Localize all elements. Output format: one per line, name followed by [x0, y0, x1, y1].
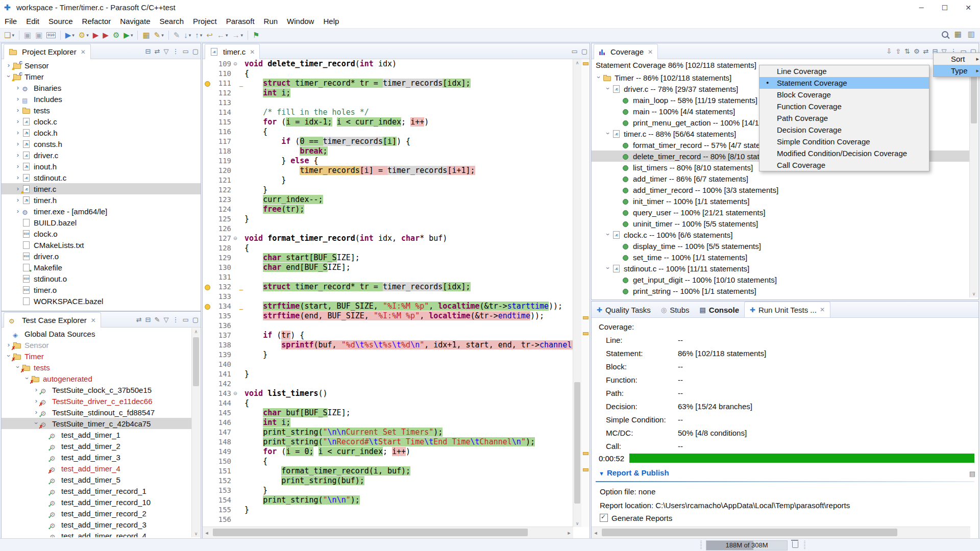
code-line[interactable]: 117 if (0 == timer_records[i]) {: [203, 137, 581, 146]
close-icon[interactable]: ✕: [648, 48, 653, 56]
test-file-icon[interactable]: ▶: [91, 30, 101, 41]
settings-icon[interactable]: ⚙: [914, 47, 920, 55]
open-perspective-icon[interactable]: ▦: [954, 30, 962, 39]
code-line[interactable]: 136: [203, 321, 581, 331]
debug-icon[interactable]: ▶▾: [64, 30, 76, 41]
report-icon[interactable]: ▤: [969, 470, 975, 478]
tree-item[interactable]: print_string -- 100% [1/1 statements]: [592, 285, 970, 296]
code-line[interactable]: 129 char start[BUF_SIZE];: [203, 253, 581, 263]
tree-item[interactable]: ›C▲Sensor: [2, 60, 201, 71]
tree-item[interactable]: ●Makefile: [2, 262, 201, 273]
menu-parasoft[interactable]: Parasoft: [222, 15, 259, 27]
code-line[interactable]: 132_ struct timer_record* tr = timer_rec…: [203, 282, 581, 292]
save-icon[interactable]: ▣: [22, 30, 33, 41]
menu-edit[interactable]: Edit: [21, 15, 44, 27]
maximize-icon[interactable]: ▢: [581, 47, 587, 55]
tree-item[interactable]: ›.cstdinout.c: [2, 172, 201, 183]
filter-icon[interactable]: ▽: [163, 47, 168, 55]
menu-item[interactable]: Modified Condition/Decision Coverage: [760, 147, 929, 159]
view-menu-icon[interactable]: ⋮: [172, 316, 179, 323]
minimize-icon[interactable]: ▭: [182, 47, 188, 55]
tree-item[interactable]: ›tests: [2, 105, 201, 116]
maximize-window-button[interactable]: ☐: [933, 0, 957, 15]
close-icon[interactable]: ✕: [250, 48, 255, 56]
edit-icon[interactable]: ✎: [155, 316, 160, 323]
tree-item[interactable]: set_time -- 100% [1/1 statements]: [592, 252, 970, 263]
link-editor-icon[interactable]: ⇄: [155, 47, 160, 55]
close-icon[interactable]: ✕: [91, 317, 96, 324]
tree-item[interactable]: ›C▲Timer: [2, 71, 201, 82]
close-window-button[interactable]: ✕: [957, 0, 980, 15]
garbage-collect-icon[interactable]: [792, 541, 798, 548]
code-line[interactable]: 118 break;: [203, 146, 581, 156]
code-line[interactable]: 111_ struct timer_record* tr = timer_rec…: [203, 79, 581, 88]
tree-item[interactable]: display_time -- 100% [5/5 statements]: [592, 240, 970, 252]
search-icon[interactable]: [942, 31, 948, 38]
code-line[interactable]: 141}: [203, 369, 581, 379]
tree-item[interactable]: ›⚙timer.exe - [amd64/le]: [2, 206, 201, 217]
code-line[interactable]: 140: [203, 360, 581, 369]
tree-item[interactable]: ⚙✓test_add_timer_3: [2, 452, 192, 463]
tree-item[interactable]: uninit_timer -- 100% [5/5 statements]: [592, 218, 970, 229]
tree-item[interactable]: ›⚙Binaries: [2, 82, 201, 93]
collapse-all-icon[interactable]: ⊟: [145, 47, 151, 55]
code-line[interactable]: 110{: [203, 69, 581, 79]
tree-item[interactable]: ›✗tests: [2, 362, 192, 373]
menu-item[interactable]: Block Coverage: [760, 89, 929, 101]
code-line[interactable]: 133: [203, 292, 581, 302]
tree-item[interactable]: ›.htimer.h: [2, 194, 201, 206]
code-line[interactable]: 124 free(tr);: [203, 205, 581, 214]
filter-icon[interactable]: ▽: [163, 316, 168, 323]
twistie-icon[interactable]: ›: [14, 117, 22, 125]
twistie-icon[interactable]: ›: [14, 140, 22, 147]
tree-item[interactable]: ›✗Timer: [2, 350, 192, 362]
tab-quality-tasks[interactable]: ✚Quality Tasks: [592, 302, 656, 317]
close-icon[interactable]: ✕: [81, 48, 86, 56]
code-line[interactable]: 154 print_string("\n\n");: [203, 495, 581, 505]
twistie-icon[interactable]: ›: [14, 106, 22, 114]
collapse-all-icon[interactable]: ⊟: [145, 316, 151, 323]
menu-run[interactable]: Run: [259, 15, 283, 27]
tree-item[interactable]: ›.hinout.h: [2, 161, 201, 172]
code-line[interactable]: 128{: [203, 243, 581, 253]
code-line[interactable]: 153 }: [203, 486, 581, 495]
twistie-icon[interactable]: ›: [604, 230, 612, 238]
test-passed-icon[interactable]: ⚙: [111, 30, 121, 41]
tree-item[interactable]: BUILD.bazel: [2, 217, 201, 228]
twistie-icon[interactable]: ›: [14, 84, 22, 91]
code-line[interactable]: 145 char buf[BUF_SIZE];: [203, 408, 581, 418]
tree-item[interactable]: 010timer.o: [2, 284, 201, 295]
maximize-icon[interactable]: ▢: [192, 316, 199, 323]
view-menu-icon[interactable]: ⋮: [172, 47, 179, 55]
code-line[interactable]: 121 }: [203, 176, 581, 185]
forward-icon[interactable]: →▾: [230, 30, 244, 41]
code-line[interactable]: 149 for (i = 0; i < curr_index; i++): [203, 447, 581, 457]
tree-item[interactable]: 010driver.o: [2, 251, 201, 262]
tree-item[interactable]: ⚙✓test_add_timer_record_2: [2, 508, 192, 519]
tab-timer-c[interactable]: .c timer.c ✕: [205, 44, 260, 59]
tree-item[interactable]: 010clock.o: [2, 228, 201, 239]
paintbrush-icon[interactable]: ✎▾: [153, 30, 165, 41]
tree-item[interactable]: init_timer -- 100% [1/1 statements]: [592, 195, 970, 207]
code-line[interactable]: 137 if (tr) {: [203, 331, 581, 340]
code-line[interactable]: 135 strftime(end, BUF_SIZE, "%I:%M %p", …: [203, 311, 581, 321]
twistie-icon[interactable]: ›: [14, 95, 22, 103]
tab-stubs[interactable]: ◎Stubs: [656, 302, 695, 317]
code-line[interactable]: 156: [203, 515, 581, 524]
coverage-scrollbar[interactable]: ∧ ∨: [969, 59, 978, 297]
back-icon[interactable]: ←▾: [215, 30, 230, 41]
tree-item[interactable]: WORKSPACE.bazel: [2, 295, 201, 307]
code-line[interactable]: 127⊖void format_timer_record(int idx, ch…: [203, 234, 581, 243]
menu-project[interactable]: Project: [188, 15, 222, 27]
sync-icon[interactable]: ⇄: [136, 316, 142, 323]
run-test-config-icon[interactable]: ⚙▾: [77, 30, 90, 41]
tree-item[interactable]: ›▤Includes: [2, 93, 201, 105]
tree-item[interactable]: query_user -- 100% [21/21 statements]: [592, 207, 970, 218]
tree-item[interactable]: ›⚙✗TestSuite_driver_c_e11dec66: [2, 395, 192, 407]
code-line[interactable]: 147 print_string("\n\nCurrent Set Timers…: [203, 428, 581, 437]
menu-file[interactable]: File: [0, 15, 21, 27]
tree-item[interactable]: ›.cclock.c -- 100% [6/6 statements]: [592, 229, 970, 240]
generate-reports-checkbox[interactable]: [600, 514, 608, 522]
twistie-icon[interactable]: ›: [604, 264, 612, 272]
tree-item[interactable]: ⚙✓test_add_timer_record_3: [2, 519, 192, 530]
